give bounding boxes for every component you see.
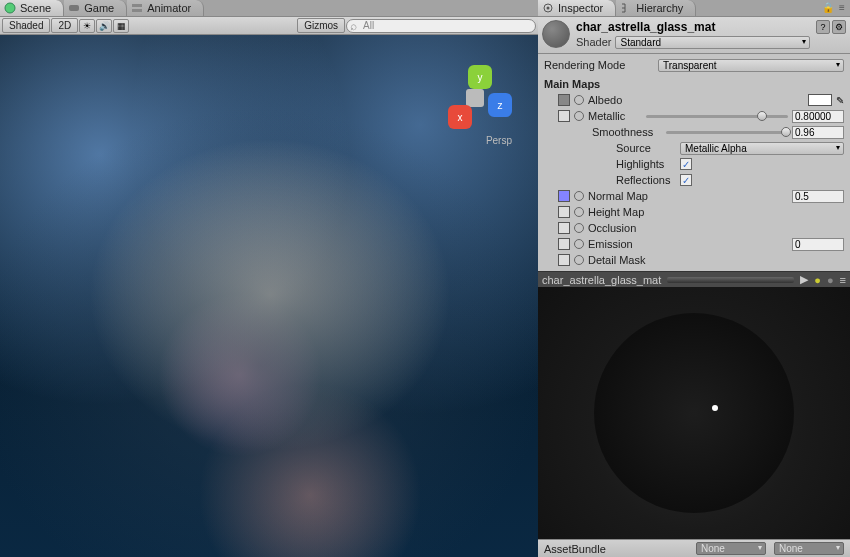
tab-inspector[interactable]: Inspector [538, 0, 616, 16]
gizmo-cube[interactable] [466, 89, 484, 107]
panel-menu-icon[interactable]: ≡ [836, 2, 848, 14]
axis-z[interactable]: z [488, 93, 512, 117]
highlights-checkbox[interactable]: ✓ [680, 158, 692, 170]
metallic-picker-icon[interactable] [574, 111, 584, 121]
eyedropper-icon[interactable]: ✎ [836, 95, 844, 106]
detail-mask-label: Detail Mask [588, 254, 645, 266]
height-texture-slot[interactable] [558, 206, 570, 218]
highlights-label: Highlights [616, 158, 676, 170]
play-icon[interactable]: ▶ [800, 273, 808, 286]
rendering-mode-label: Rendering Mode [544, 59, 654, 71]
animator-icon [131, 2, 143, 14]
detail-texture-slot[interactable] [558, 254, 570, 266]
preview-header[interactable]: char_astrella_glass_mat ▶ ● ● ≡ [538, 271, 850, 287]
smoothness-value[interactable]: 0.96 [792, 126, 844, 139]
occlusion-texture-slot[interactable] [558, 222, 570, 234]
svg-rect-2 [132, 4, 142, 7]
inspector-icon [542, 2, 554, 14]
tab-animator-label: Animator [147, 2, 191, 14]
emission-label: Emission [588, 238, 633, 250]
tab-hierarchy-label: Hierarchy [636, 2, 683, 14]
persp-label: Persp [486, 135, 512, 146]
source-dropdown[interactable]: Metallic Alpha [680, 142, 844, 155]
albedo-picker-icon[interactable] [574, 95, 584, 105]
material-preview-icon [542, 20, 570, 48]
gizmos-dropdown[interactable]: Gizmos [297, 18, 345, 33]
metallic-texture-slot[interactable] [558, 110, 570, 122]
emission-texture-slot[interactable] [558, 238, 570, 250]
height-picker-icon[interactable] [574, 207, 584, 217]
light-preview-icon[interactable]: ● [814, 274, 821, 286]
reflections-label: Reflections [616, 174, 676, 186]
albedo-color-swatch[interactable] [808, 94, 832, 106]
tab-scene-label: Scene [20, 2, 51, 14]
preview-menu-icon[interactable]: ≡ [840, 274, 846, 286]
svg-rect-3 [132, 9, 142, 12]
help-icon[interactable]: ? [816, 20, 830, 34]
right-tabs: Inspector Hierarchy 🔒 ≡ [538, 0, 850, 17]
tab-game-label: Game [84, 2, 114, 14]
rendering-mode-dropdown[interactable]: Transparent [658, 59, 844, 72]
asset-bundle-name-dropdown[interactable]: None [696, 542, 766, 555]
scene-toolbar: Shaded 2D ☀ 🔊 ▦ Gizmos All [0, 17, 538, 35]
axis-y[interactable]: y [468, 65, 492, 89]
left-tabs: Scene Game Animator [0, 0, 538, 17]
settings-gear-icon[interactable]: ⚙ [832, 20, 846, 34]
height-map-label: Height Map [588, 206, 644, 218]
material-name: char_astrella_glass_mat [576, 20, 810, 34]
preview-drag-handle[interactable] [667, 277, 794, 283]
shader-label: Shader [576, 36, 611, 49]
panel-lock-icon[interactable]: 🔒 [822, 2, 834, 14]
metallic-value[interactable]: 0.80000 [792, 110, 844, 123]
search-input[interactable]: All [346, 19, 536, 33]
material-preview[interactable] [538, 287, 850, 539]
scene-icon [4, 2, 16, 14]
shaded-dropdown[interactable]: Shaded [2, 18, 50, 33]
fx-toggle[interactable]: ▦ [113, 19, 129, 33]
tab-animator[interactable]: Animator [127, 0, 204, 16]
normal-map-label: Normal Map [588, 190, 648, 202]
metallic-slider[interactable] [646, 110, 788, 122]
normal-picker-icon[interactable] [574, 191, 584, 201]
sphere-preview-icon[interactable]: ● [827, 274, 834, 286]
svg-rect-1 [69, 5, 79, 11]
tab-hierarchy[interactable]: Hierarchy [616, 0, 696, 16]
axis-x[interactable]: x [448, 105, 472, 129]
detail-picker-icon[interactable] [574, 255, 584, 265]
main-maps-header: Main Maps [544, 78, 600, 90]
hierarchy-icon [620, 2, 632, 14]
light-toggle[interactable]: ☀ [79, 19, 95, 33]
preview-title: char_astrella_glass_mat [542, 274, 661, 286]
asset-bundle-label: AssetBundle [544, 543, 606, 555]
tab-game[interactable]: Game [64, 0, 127, 16]
inspector-body: char_astrella_glass_mat Shader Standard … [538, 17, 850, 557]
smoothness-label: Smoothness [592, 126, 662, 138]
normal-texture-slot[interactable] [558, 190, 570, 202]
source-label: Source [616, 142, 676, 154]
tab-inspector-label: Inspector [558, 2, 603, 14]
2d-toggle[interactable]: 2D [51, 18, 78, 33]
scene-viewport[interactable]: Persp x y z [0, 35, 538, 557]
emission-value[interactable]: 0 [792, 238, 844, 251]
occlusion-picker-icon[interactable] [574, 223, 584, 233]
orientation-gizmo[interactable]: x y z [448, 65, 518, 135]
reflections-checkbox[interactable]: ✓ [680, 174, 692, 186]
asset-bundle-row: AssetBundle None None [538, 539, 850, 557]
svg-point-0 [5, 3, 15, 13]
audio-toggle[interactable]: 🔊 [96, 19, 112, 33]
metallic-label: Metallic [588, 110, 642, 122]
material-header: char_astrella_glass_mat Shader Standard … [538, 17, 850, 54]
tab-scene[interactable]: Scene [0, 0, 64, 16]
asset-bundle-variant-dropdown[interactable]: None [774, 542, 844, 555]
preview-sphere [594, 313, 794, 513]
emission-picker-icon[interactable] [574, 239, 584, 249]
albedo-texture-slot[interactable] [558, 94, 570, 106]
occlusion-label: Occlusion [588, 222, 636, 234]
game-icon [68, 2, 80, 14]
shader-dropdown[interactable]: Standard [615, 36, 810, 49]
normal-value[interactable]: 0.5 [792, 190, 844, 203]
svg-point-5 [547, 7, 550, 10]
smoothness-slider[interactable] [666, 126, 788, 138]
albedo-label: Albedo [588, 94, 622, 106]
